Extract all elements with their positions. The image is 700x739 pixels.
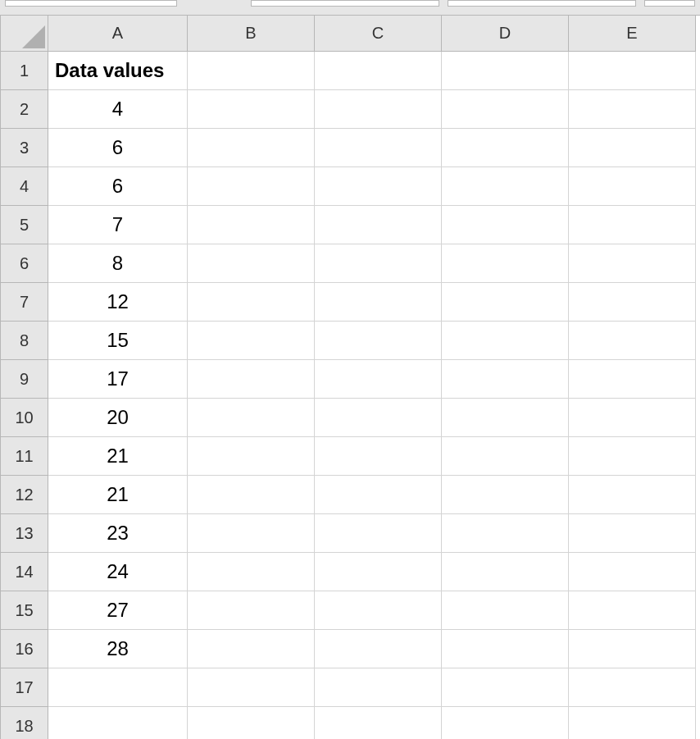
cell-B9[interactable] bbox=[188, 360, 315, 399]
cell-B3[interactable] bbox=[188, 129, 315, 167]
cell-B6[interactable] bbox=[188, 244, 315, 283]
cell-D4[interactable] bbox=[442, 167, 569, 206]
row-header-12[interactable]: 12 bbox=[1, 476, 48, 514]
cell-C4[interactable] bbox=[315, 167, 442, 206]
cell-C15[interactable] bbox=[315, 591, 442, 630]
cell-A12[interactable]: 21 bbox=[48, 476, 188, 514]
cell-A1[interactable]: Data values bbox=[48, 52, 188, 90]
cell-A8[interactable]: 15 bbox=[48, 322, 188, 360]
cell-A4[interactable]: 6 bbox=[48, 167, 188, 206]
row-header-18[interactable]: 18 bbox=[1, 707, 48, 739]
cell-B15[interactable] bbox=[188, 591, 315, 630]
cell-D15[interactable] bbox=[442, 591, 569, 630]
row-header-4[interactable]: 4 bbox=[1, 167, 48, 206]
cell-D8[interactable] bbox=[442, 322, 569, 360]
column-header-A[interactable]: A bbox=[48, 16, 188, 52]
cell-C7[interactable] bbox=[315, 283, 442, 322]
row-header-7[interactable]: 7 bbox=[1, 283, 48, 322]
cell-B16[interactable] bbox=[188, 630, 315, 668]
cell-D11[interactable] bbox=[442, 437, 569, 476]
cell-E4[interactable] bbox=[569, 167, 696, 206]
cell-B8[interactable] bbox=[188, 322, 315, 360]
cell-D12[interactable] bbox=[442, 476, 569, 514]
cell-B2[interactable] bbox=[188, 90, 315, 129]
cell-A16[interactable]: 28 bbox=[48, 630, 188, 668]
cell-C14[interactable] bbox=[315, 553, 442, 591]
cell-A10[interactable]: 20 bbox=[48, 399, 188, 437]
cell-B18[interactable] bbox=[188, 707, 315, 739]
cell-D10[interactable] bbox=[442, 399, 569, 437]
cell-C1[interactable] bbox=[315, 52, 442, 90]
cell-B4[interactable] bbox=[188, 167, 315, 206]
column-header-C[interactable]: C bbox=[315, 16, 442, 52]
cell-D7[interactable] bbox=[442, 283, 569, 322]
column-header-E[interactable]: E bbox=[569, 16, 696, 52]
cell-B7[interactable] bbox=[188, 283, 315, 322]
cell-C13[interactable] bbox=[315, 514, 442, 553]
cell-A5[interactable]: 7 bbox=[48, 206, 188, 244]
cell-A2[interactable]: 4 bbox=[48, 90, 188, 129]
cell-C12[interactable] bbox=[315, 476, 442, 514]
row-header-16[interactable]: 16 bbox=[1, 630, 48, 668]
cell-C2[interactable] bbox=[315, 90, 442, 129]
cell-B11[interactable] bbox=[188, 437, 315, 476]
row-header-11[interactable]: 11 bbox=[1, 437, 48, 476]
cell-E10[interactable] bbox=[569, 399, 696, 437]
cell-E5[interactable] bbox=[569, 206, 696, 244]
cell-B14[interactable] bbox=[188, 553, 315, 591]
cell-E13[interactable] bbox=[569, 514, 696, 553]
row-header-6[interactable]: 6 bbox=[1, 244, 48, 283]
cell-A14[interactable]: 24 bbox=[48, 553, 188, 591]
column-header-B[interactable]: B bbox=[188, 16, 315, 52]
cell-A13[interactable]: 23 bbox=[48, 514, 188, 553]
cell-E9[interactable] bbox=[569, 360, 696, 399]
cell-C11[interactable] bbox=[315, 437, 442, 476]
cell-D16[interactable] bbox=[442, 630, 569, 668]
cell-D2[interactable] bbox=[442, 90, 569, 129]
cell-A15[interactable]: 27 bbox=[48, 591, 188, 630]
name-box[interactable] bbox=[5, 0, 177, 7]
cell-B1[interactable] bbox=[188, 52, 315, 90]
cell-E1[interactable] bbox=[569, 52, 696, 90]
cell-E6[interactable] bbox=[569, 244, 696, 283]
cell-A17[interactable] bbox=[48, 668, 188, 707]
cell-B5[interactable] bbox=[188, 206, 315, 244]
cell-D14[interactable] bbox=[442, 553, 569, 591]
row-header-13[interactable]: 13 bbox=[1, 514, 48, 553]
cell-C6[interactable] bbox=[315, 244, 442, 283]
cell-A7[interactable]: 12 bbox=[48, 283, 188, 322]
cell-D13[interactable] bbox=[442, 514, 569, 553]
cell-C18[interactable] bbox=[315, 707, 442, 739]
cell-E17[interactable] bbox=[569, 668, 696, 707]
cell-C16[interactable] bbox=[315, 630, 442, 668]
cell-A6[interactable]: 8 bbox=[48, 244, 188, 283]
cell-E7[interactable] bbox=[569, 283, 696, 322]
cell-E18[interactable] bbox=[569, 707, 696, 739]
cell-D3[interactable] bbox=[442, 129, 569, 167]
row-header-9[interactable]: 9 bbox=[1, 360, 48, 399]
row-header-10[interactable]: 10 bbox=[1, 399, 48, 437]
formula-box-segment-3[interactable] bbox=[644, 0, 695, 7]
cell-E3[interactable] bbox=[569, 129, 696, 167]
row-header-5[interactable]: 5 bbox=[1, 206, 48, 244]
row-header-15[interactable]: 15 bbox=[1, 591, 48, 630]
cell-E11[interactable] bbox=[569, 437, 696, 476]
row-header-14[interactable]: 14 bbox=[1, 553, 48, 591]
cell-E2[interactable] bbox=[569, 90, 696, 129]
cell-E12[interactable] bbox=[569, 476, 696, 514]
cell-B13[interactable] bbox=[188, 514, 315, 553]
formula-box-segment-1[interactable] bbox=[251, 0, 439, 7]
cell-A18[interactable] bbox=[48, 707, 188, 739]
row-header-8[interactable]: 8 bbox=[1, 322, 48, 360]
spreadsheet-grid[interactable]: A B C D E 1 Data values 2 4 3 6 4 6 bbox=[0, 15, 700, 739]
cell-C9[interactable] bbox=[315, 360, 442, 399]
cell-C3[interactable] bbox=[315, 129, 442, 167]
cell-C5[interactable] bbox=[315, 206, 442, 244]
cell-E16[interactable] bbox=[569, 630, 696, 668]
formula-box-segment-2[interactable] bbox=[448, 0, 636, 7]
row-header-3[interactable]: 3 bbox=[1, 129, 48, 167]
cell-B17[interactable] bbox=[188, 668, 315, 707]
cell-C8[interactable] bbox=[315, 322, 442, 360]
cell-D9[interactable] bbox=[442, 360, 569, 399]
cell-E14[interactable] bbox=[569, 553, 696, 591]
